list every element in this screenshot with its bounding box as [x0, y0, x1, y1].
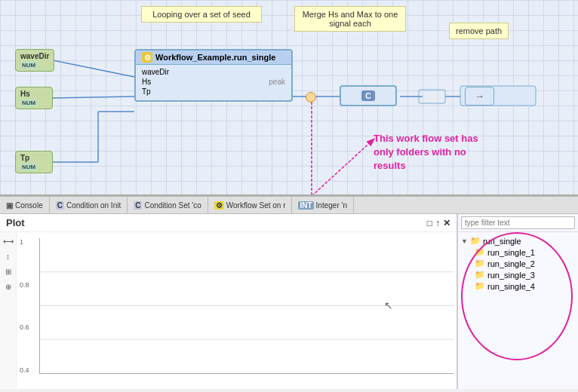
svg-line-0 — [53, 60, 134, 77]
root-folder-icon: 📁 — [470, 236, 481, 246]
file-filter-input[interactable] — [461, 216, 575, 229]
tab-workflow-set-label: Workflow Set on r — [226, 201, 286, 210]
note-remove: remove path — [449, 23, 509, 39]
plot-tools: ⟷ ↕ ⊞ ⊕ — [0, 232, 17, 389]
tp-badge: NUM — [20, 164, 37, 170]
plot-icon-square[interactable]: □ — [427, 218, 432, 228]
tab-condition-set[interactable]: C Condition Set 'co — [128, 197, 208, 213]
annotation-line3: results — [374, 160, 406, 171]
port-wavedir: waveDir — [142, 68, 285, 76]
item-2-label: run_single_3 — [487, 271, 535, 280]
input-wavedir[interactable]: waveDir NUM — [15, 49, 54, 72]
workflow-node[interactable]: ⚙ Workflow_Example.run_single waveDir Hs… — [134, 49, 293, 102]
tree-item-2[interactable]: 📁 run_single_3 — [461, 269, 575, 280]
input-tp[interactable]: Tp NUM — [15, 151, 53, 173]
plot-grid: ↖ — [39, 238, 453, 374]
port-hs-label: Hs — [142, 78, 151, 86]
workflow-canvas: Looping over a set of seed Merge Hs and … — [0, 0, 578, 196]
wavedir-label: waveDir — [20, 52, 49, 60]
svg-rect-11 — [419, 90, 445, 103]
root-folder-label: run_single — [483, 237, 521, 246]
port-hs-peak: peak — [269, 78, 285, 86]
item-3-label: run_single_4 — [487, 282, 535, 291]
bottom-area: Plot □ ↑ ✕ ⟷ ↕ ⊞ ⊕ 1 0.8 0.6 0.4 — [0, 214, 578, 389]
file-panel: ▼ 📁 run_single 📁 run_single_1 📁 run_sing… — [457, 214, 578, 389]
tool-select[interactable]: ⟷ — [2, 235, 14, 247]
tool-zoom-box[interactable]: ⊞ — [2, 265, 14, 277]
tree-root-folder[interactable]: ▼ 📁 run_single — [461, 235, 575, 247]
tab-console[interactable]: ▣ Console — [0, 197, 50, 213]
y-label-08: 0.8 — [20, 281, 29, 289]
plot-inner: ⟷ ↕ ⊞ ⊕ 1 0.8 0.6 0.4 — [0, 232, 457, 389]
y-label-04: 0.4 — [20, 366, 29, 374]
plot-panel: Plot □ ↑ ✕ ⟷ ↕ ⊞ ⊕ 1 0.8 0.6 0.4 — [0, 214, 457, 389]
item-1-label: run_single_2 — [487, 259, 535, 268]
condition-init-icon: C — [56, 201, 64, 210]
svg-line-10 — [312, 139, 374, 194]
condition-set-icon: C — [134, 201, 142, 210]
c-proc-node[interactable]: C — [340, 85, 397, 106]
console-icon: ▣ — [6, 201, 13, 210]
annotation-text: This work flow set has only folders with… — [374, 132, 478, 173]
tab-condition-init-label: Condition on Init — [66, 201, 121, 210]
arrow-label: → — [475, 90, 484, 102]
annotation-line1: This work flow set has — [374, 133, 478, 144]
tab-integer[interactable]: INT Integer 'n — [292, 197, 354, 213]
workflow-node-title: ⚙ Workflow_Example.run_single — [136, 51, 291, 65]
tree-item-3[interactable]: 📁 run_single_4 — [461, 280, 575, 292]
plot-title-bar: Plot □ ↑ ✕ — [0, 214, 457, 232]
integer-icon: INT — [298, 201, 313, 210]
input-hs[interactable]: Hs NUM — [15, 87, 53, 109]
plot-canvas: 1 0.8 0.6 0.4 ↖ — [17, 232, 457, 389]
tool-pan[interactable]: ↕ — [2, 250, 14, 262]
plot-icon-x[interactable]: ✕ — [443, 218, 450, 228]
port-hs: Hs peak — [142, 78, 285, 86]
item-3-icon: 📁 — [475, 281, 485, 291]
port-tp-label: Tp — [142, 87, 151, 96]
tab-console-label: Console — [15, 201, 43, 210]
peak-port — [306, 92, 316, 103]
tab-integer-label: Integer 'n — [316, 201, 347, 210]
tab-condition-init[interactable]: C Condition on Init — [50, 197, 128, 213]
tree-item-1[interactable]: 📁 run_single_2 — [461, 258, 575, 269]
file-filter-container — [458, 214, 578, 232]
arrow-node[interactable]: → — [465, 87, 494, 106]
item-0-icon: 📁 — [475, 247, 485, 257]
tab-condition-set-label: Condition Set 'co — [144, 201, 201, 210]
port-wavedir-label: waveDir — [142, 68, 169, 76]
port-tp: Tp — [142, 87, 285, 96]
note-looping: Looping over a set of seed — [141, 6, 262, 23]
c-node-label: C — [361, 90, 375, 101]
root-chevron: ▼ — [461, 237, 468, 245]
svg-line-1 — [53, 96, 134, 98]
plot-icon-up[interactable]: ↑ — [435, 218, 440, 228]
plot-cursor: ↖ — [384, 299, 393, 311]
wavedir-badge: NUM — [20, 62, 37, 69]
item-1-icon: 📁 — [475, 259, 485, 268]
y-label-1: 1 — [20, 238, 29, 246]
hs-label: Hs — [20, 90, 30, 98]
workflow-c-badge: ⚙ — [142, 52, 152, 63]
tool-zoom[interactable]: ⊕ — [2, 280, 14, 292]
plot-title-text: Plot — [6, 217, 25, 228]
hs-badge: NUM — [20, 100, 37, 106]
annotation-line2: only folders with no — [374, 146, 466, 158]
tab-workflow-set[interactable]: ⚙ Workflow Set on r — [208, 197, 293, 213]
plot-title-icons: □ ↑ ✕ — [427, 218, 450, 228]
note-merge: Merge Hs and Max to one signal each — [294, 6, 406, 32]
item-2-icon: 📁 — [475, 270, 485, 280]
y-label-06: 0.6 — [20, 323, 29, 331]
tp-label: Tp — [20, 154, 29, 162]
item-0-label: run_single_1 — [487, 248, 535, 257]
workflow-title-text: Workflow_Example.run_single — [155, 53, 275, 62]
file-tree: ▼ 📁 run_single 📁 run_single_1 📁 run_sing… — [458, 232, 578, 389]
tree-item-0[interactable]: 📁 run_single_1 — [461, 247, 575, 258]
workflow-set-icon: ⚙ — [214, 201, 224, 210]
y-axis: 1 0.8 0.6 0.4 — [20, 238, 29, 374]
tabs-bar: ▣ Console C Condition on Init C Conditio… — [0, 196, 578, 214]
